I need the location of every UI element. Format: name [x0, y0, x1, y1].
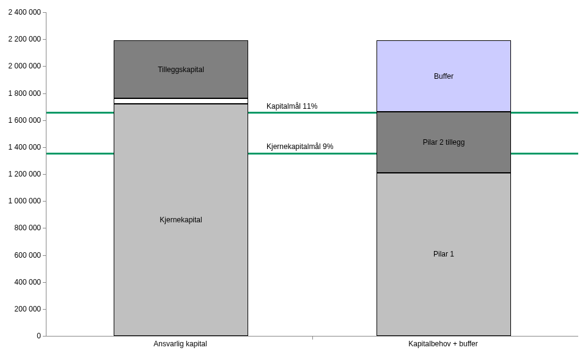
ytick-200k: 200 000 — [4, 305, 41, 313]
reflabel-11pct: Kapitalmål 11% — [266, 102, 317, 111]
ytick-600k: 600 000 — [4, 251, 41, 260]
ytick-1m: 1 000 000 — [4, 197, 41, 205]
ytick-1.2m: 1 200 000 — [4, 170, 41, 178]
segment-kjernekapital: Kjernekapital — [114, 104, 248, 336]
ytick-2.2m: 2 200 000 — [4, 35, 41, 43]
segment-tilleggskapital: Tilleggskapital — [114, 40, 248, 98]
ytick-0: 0 — [4, 332, 41, 340]
segment-gap — [114, 98, 248, 104]
chart-container: 0 200 000 400 000 600 000 800 000 1 000 … — [0, 0, 588, 364]
segment-label: Pilar 1 — [433, 250, 454, 258]
segment-pilar2: Pilar 2 tillegg — [377, 112, 511, 172]
segment-buffer: Buffer — [377, 40, 511, 112]
ytick-2.4m: 2 400 000 — [4, 8, 41, 16]
reflabel-9pct: Kjernekapitalmål 9% — [266, 142, 333, 151]
ytick-1.8m: 1 800 000 — [4, 89, 41, 98]
segment-pilar1: Pilar 1 — [377, 173, 511, 336]
ytick-1.4m: 1 400 000 — [4, 143, 41, 151]
ytick-1.6m: 1 600 000 — [4, 116, 41, 125]
segment-label: Pilar 2 tillegg — [423, 138, 465, 147]
segment-label: Kjernekapital — [160, 216, 202, 224]
xcat-kapitalbehov: Kapitalbehov + buffer — [408, 340, 478, 348]
plot-area: Kapitalmål 11% Kjernekapitalmål 9% Kjern… — [46, 12, 578, 337]
xcat-ansvarlig: Ansvarlig kapital — [153, 340, 207, 348]
ytick-800k: 800 000 — [4, 224, 41, 232]
ytick-400k: 400 000 — [4, 278, 41, 286]
ytick-2m: 2 000 000 — [4, 62, 41, 70]
segment-label: Buffer — [434, 72, 454, 81]
segment-label: Tilleggskapital — [158, 65, 204, 74]
